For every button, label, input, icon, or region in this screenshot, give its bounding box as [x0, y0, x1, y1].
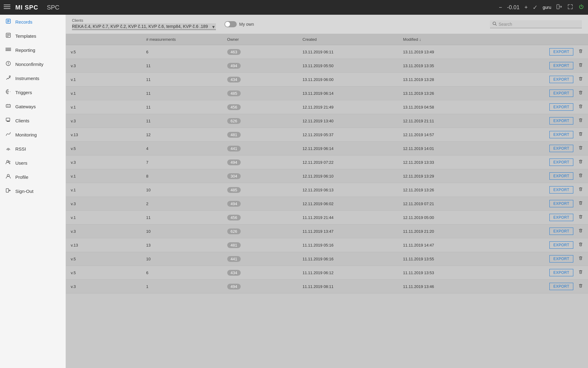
- cell-modified: 13.11.2019 04:58: [398, 100, 499, 114]
- delete-icon[interactable]: [578, 63, 583, 69]
- my-own-toggle[interactable]: [224, 21, 237, 27]
- power-icon[interactable]: [578, 4, 584, 11]
- value-display: -0.01: [507, 4, 519, 11]
- export-button[interactable]: EXPORT: [549, 255, 573, 263]
- delete-icon[interactable]: [578, 256, 583, 262]
- export-button[interactable]: EXPORT: [549, 186, 573, 194]
- cell-modified: 13.11.2019 13:35: [398, 59, 499, 73]
- cell-measurements: 13: [141, 238, 222, 252]
- cell-measurements: 11: [141, 211, 222, 224]
- table-row: v.3 11 626 12.11.2019 13:40 12.11.2019 2…: [66, 114, 588, 128]
- sidebar-item-profile-label: Profile: [15, 174, 28, 180]
- export-button[interactable]: EXPORT: [549, 159, 573, 166]
- delete-icon[interactable]: [578, 283, 583, 289]
- delete-icon[interactable]: [578, 201, 583, 207]
- sidebar-item-records[interactable]: Records: [0, 15, 66, 29]
- menu-icon[interactable]: [4, 3, 10, 12]
- expand-icon[interactable]: [567, 4, 573, 11]
- delete-icon[interactable]: [578, 49, 583, 55]
- minus-button[interactable]: −: [499, 4, 502, 11]
- sidebar-item-profile[interactable]: Profile: [0, 170, 66, 184]
- cell-owner: 626: [222, 114, 298, 128]
- sidebar-item-triggers[interactable]: Triggers: [0, 85, 66, 99]
- cell-actions: EXPORT: [499, 59, 588, 73]
- delete-icon[interactable]: [578, 228, 583, 234]
- export-button[interactable]: EXPORT: [549, 228, 573, 235]
- sidebar-item-reporting[interactable]: Reporting: [0, 43, 66, 57]
- table-row: v.13 13 481 11.11.2019 05:16 11.11.2019 …: [66, 238, 588, 252]
- nonconfirmity-icon: [5, 61, 12, 67]
- sidebar-item-sign-out[interactable]: Sign-Out: [0, 184, 66, 198]
- cell-actions: EXPORT: [499, 73, 588, 86]
- sidebar-item-templates[interactable]: Templates: [0, 29, 66, 43]
- content-area: Clients REKA č.4, KVP č.7, KVP č.2, KVP …: [66, 15, 588, 368]
- cell-created: 11.11.2019 05:16: [298, 238, 398, 252]
- export-button[interactable]: EXPORT: [549, 90, 573, 97]
- sidebar-item-nonconfirmity[interactable]: Nonconfirmity: [0, 57, 66, 71]
- sidebar-item-rssi[interactable]: RSSI: [0, 142, 66, 156]
- export-button[interactable]: EXPORT: [549, 131, 573, 138]
- delete-icon[interactable]: [578, 187, 583, 193]
- sidebar-item-instruments[interactable]: Instruments: [0, 71, 66, 85]
- cell-modified: 13.11.2019 13:49: [398, 45, 499, 59]
- cell-modified: 12.11.2019 21:11: [398, 114, 499, 128]
- export-button[interactable]: EXPORT: [549, 269, 573, 276]
- cell-created: 12.11.2019 06:13: [298, 183, 398, 197]
- search-input[interactable]: [499, 22, 579, 27]
- table-row: v.1 11 456 12.11.2019 21:49 13.11.2019 0…: [66, 100, 588, 114]
- export-button[interactable]: EXPORT: [549, 62, 573, 69]
- clients-filter-select[interactable]: REKA č.4, KVP č.7, KVP č.2, KVP č.11, KV…: [72, 23, 216, 30]
- records-icon: [5, 18, 12, 25]
- check-button[interactable]: ✓: [533, 4, 538, 11]
- delete-icon[interactable]: [578, 214, 583, 220]
- clients-filter-label: Clients: [72, 18, 216, 23]
- delete-icon[interactable]: [578, 145, 583, 151]
- cell-modified: 11.11.2019 13:53: [398, 266, 499, 280]
- records-table: # measurements Owner Created Modified ↓ …: [66, 34, 588, 293]
- login-icon[interactable]: [556, 4, 562, 11]
- delete-icon[interactable]: [578, 159, 583, 165]
- delete-icon[interactable]: [578, 76, 583, 82]
- search-icon: [492, 21, 497, 27]
- delete-icon[interactable]: [578, 132, 583, 138]
- delete-icon[interactable]: [578, 118, 583, 124]
- table-row: v.1 11 434 13.11.2019 06:00 13.11.2019 1…: [66, 73, 588, 86]
- svg-rect-1: [4, 6, 10, 7]
- cell-measurements: 10: [141, 183, 222, 197]
- sidebar-item-users[interactable]: Users: [0, 156, 66, 170]
- delete-icon[interactable]: [578, 270, 583, 276]
- delete-icon[interactable]: [578, 90, 583, 96]
- svg-rect-25: [8, 121, 8, 121]
- export-button[interactable]: EXPORT: [549, 103, 573, 111]
- export-button[interactable]: EXPORT: [549, 214, 573, 221]
- cell-actions: EXPORT: [499, 224, 588, 238]
- svg-rect-2: [4, 8, 10, 9]
- export-button[interactable]: EXPORT: [549, 241, 573, 249]
- cell-owner: 494: [222, 280, 298, 293]
- sidebar-item-gateways[interactable]: Gateways: [0, 99, 66, 113]
- col-header-modified[interactable]: Modified ↓: [398, 34, 499, 45]
- delete-icon[interactable]: [578, 104, 583, 110]
- table-row: v.3 7 494 12.11.2019 07:22 12.11.2019 13…: [66, 155, 588, 169]
- export-button[interactable]: EXPORT: [549, 76, 573, 83]
- cell-name: v.5: [66, 142, 141, 155]
- export-button[interactable]: EXPORT: [549, 117, 573, 125]
- plus-button[interactable]: +: [524, 4, 528, 11]
- cell-owner: 463: [222, 45, 298, 59]
- export-button[interactable]: EXPORT: [549, 48, 573, 56]
- sidebar-item-monitoring[interactable]: Monitoring: [0, 128, 66, 142]
- export-button[interactable]: EXPORT: [549, 200, 573, 207]
- export-button[interactable]: EXPORT: [549, 283, 573, 290]
- delete-icon[interactable]: [578, 242, 583, 248]
- svg-rect-21: [7, 106, 8, 106]
- table-row: v.1 11 485 13.11.2019 06:14 13.11.2019 1…: [66, 86, 588, 100]
- export-button[interactable]: EXPORT: [549, 172, 573, 180]
- my-own-toggle-wrap: My own: [224, 21, 254, 27]
- cell-actions: EXPORT: [499, 155, 588, 169]
- export-button[interactable]: EXPORT: [549, 145, 573, 152]
- sidebar-item-clients[interactable]: Clients: [0, 113, 66, 128]
- table-row: v.5 6 463 13.11.2019 06:11 13.11.2019 13…: [66, 45, 588, 59]
- delete-icon[interactable]: [578, 173, 583, 179]
- cell-name: v.3: [66, 280, 141, 293]
- cell-modified: 12.11.2019 13:26: [398, 183, 499, 197]
